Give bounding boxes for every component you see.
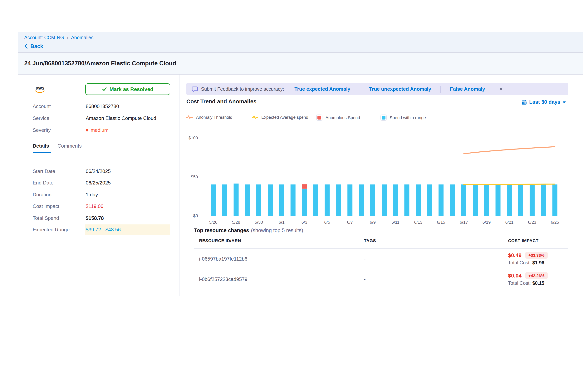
account-row: Account 868001352780: [33, 100, 170, 112]
calendar-icon: [522, 99, 527, 105]
detail-tabs: Details Comments: [33, 143, 170, 153]
legend-label: Spend within range: [390, 115, 426, 120]
anomaly-trend-panel: Submit Feedback to improve accuracy: Tru…: [186, 74, 568, 305]
expected-range-row: Expected Range $39.72 - $48.56: [33, 224, 170, 236]
anomaly-detail-page: Account: CCM-NG › Anomalies Back 24 Jun/…: [0, 0, 588, 392]
total-cost-label: Total Cost:: [508, 260, 531, 266]
aws-logo-text: aws: [36, 86, 44, 90]
duration-value: 1 day: [86, 192, 170, 198]
end-date-label: End Date: [33, 180, 86, 186]
close-icon[interactable]: ✕: [499, 86, 503, 92]
cost-impact-value: $119.06: [86, 204, 170, 209]
svg-text:5/28: 5/28: [232, 220, 240, 225]
svg-text:6/13: 6/13: [414, 220, 422, 225]
svg-text:6/3: 6/3: [302, 220, 308, 225]
cost-impact-cell: $0.04 +42.26% Total Cost:$0.15: [508, 272, 568, 286]
breadcrumb-account-link[interactable]: Account: CCM-NG: [24, 35, 64, 40]
svg-text:6/23: 6/23: [528, 220, 536, 225]
table-subtitle: (showing top 5 results): [251, 228, 303, 233]
column-resource-id: RESOURCE ID/ARN: [199, 238, 364, 243]
banner-divider: [440, 86, 441, 92]
feedback-option-false-anomaly[interactable]: False Anomaly: [450, 86, 485, 92]
breadcrumb-separator-icon: ›: [67, 34, 68, 40]
account-label: Account: [33, 104, 86, 109]
legend-spend-within-range[interactable]: Spend within range: [380, 114, 426, 121]
mark-as-resolved-label: Mark as Resolved: [110, 86, 153, 92]
mark-as-resolved-button[interactable]: Mark as Resolved: [85, 84, 170, 95]
total-cost-value: $0.15: [532, 280, 544, 286]
svg-text:6/1: 6/1: [279, 220, 284, 225]
active-tab-underline: [33, 152, 51, 153]
aws-logo: aws: [33, 83, 47, 97]
svg-text:6/25: 6/25: [551, 220, 559, 225]
svg-text:6/5: 6/5: [324, 220, 330, 225]
svg-text:$50: $50: [191, 174, 198, 179]
svg-text:6/21: 6/21: [505, 220, 514, 225]
pulse-line-icon: [186, 114, 193, 120]
cost-trend-chart: $0$50$1005/265/285/306/16/36/56/76/96/11…: [186, 132, 567, 227]
legend-expected-average[interactable]: Expected Average spend: [252, 114, 308, 120]
start-date-label: Start Date: [33, 168, 86, 174]
banner-divider: [360, 86, 360, 92]
change-percent-badge: +42.26%: [525, 272, 548, 279]
breadcrumb-anomalies-link[interactable]: Anomalies: [71, 35, 94, 40]
service-row: Service Amazon Elastic Compute Cloud: [33, 112, 170, 124]
end-date-value: 06/25/2025: [86, 180, 170, 186]
details-fields: Start Date 06/24/2025 End Date 06/25/202…: [33, 165, 170, 236]
table-row: i-0b6f257223cad9579 - $0.04 +42.26% Tota…: [194, 269, 568, 290]
back-label: Back: [30, 43, 43, 49]
breadcrumb-section: Account: CCM-NG › Anomalies Back: [18, 32, 582, 53]
table-row: i-06597ba197fe112b6 - $0.49 +33.33% Tota…: [194, 249, 568, 269]
table-title: Top resource changes(showing top 5 resul…: [194, 228, 568, 233]
svg-text:5/30: 5/30: [255, 220, 263, 225]
date-range-picker[interactable]: Last 30 days: [522, 99, 566, 105]
service-value: Amazon Elastic Compute Cloud: [86, 115, 170, 121]
tab-comments[interactable]: Comments: [58, 143, 82, 150]
aws-smile-icon: [35, 90, 45, 94]
back-button[interactable]: Back: [24, 43, 576, 49]
resource-id: i-06597ba197fe112b6: [199, 256, 364, 262]
feedback-option-true-expected[interactable]: True expected Anomaly: [294, 86, 350, 92]
svg-text:$100: $100: [188, 136, 198, 140]
column-cost-impact: COST IMPACT: [508, 238, 568, 243]
feedback-prompt: Submit Feedback to improve accuracy:: [201, 86, 284, 92]
tags-value: -: [364, 276, 508, 282]
expected-range-value: $39.72 - $48.56: [85, 225, 170, 235]
tab-track: [33, 153, 170, 153]
summary-fields: Account 868001352780 Service Amazon Elas…: [33, 100, 170, 136]
svg-text:6/11: 6/11: [392, 220, 400, 225]
start-date-row: Start Date 06/24/2025: [33, 165, 170, 177]
table-header: RESOURCE ID/ARN TAGS COST IMPACT: [194, 238, 568, 249]
table-title-text: Top resource changes: [194, 228, 249, 233]
legend-label: Anomaly Threshold: [196, 115, 232, 120]
severity-value: medium: [91, 127, 108, 133]
expected-range-label: Expected Range: [33, 227, 86, 233]
feedback-banner: Submit Feedback to improve accuracy: Tru…: [186, 83, 568, 95]
legend-anomalous-spend[interactable]: Anomalous Spend: [316, 114, 360, 121]
severity-dot-icon: [86, 129, 88, 132]
page-header: Account: CCM-NG › Anomalies Back 24 Jun/…: [18, 32, 582, 74]
top-resource-changes: Top resource changes(showing top 5 resul…: [194, 228, 568, 290]
cost-impact-label: Cost Impact: [33, 204, 86, 209]
title-row: 24 Jun/868001352780/Amazon Elastic Compu…: [18, 53, 582, 74]
duration-row: Duration 1 day: [33, 189, 170, 200]
severity-row: Severity medium: [33, 124, 170, 136]
page-title: 24 Jun/868001352780/Amazon Elastic Compu…: [24, 60, 176, 67]
start-date-value: 06/24/2025: [86, 168, 170, 174]
svg-text:$0: $0: [193, 213, 198, 218]
service-label: Service: [33, 115, 86, 121]
feedback-bubble-icon: [192, 86, 198, 92]
feedback-option-true-unexpected[interactable]: True unexpected Anomaly: [369, 86, 431, 92]
change-percent-badge: +33.33%: [525, 252, 548, 259]
chevron-down-icon: [563, 102, 566, 104]
end-date-row: End Date 06/25/2025: [33, 177, 170, 189]
total-cost-value: $1.96: [532, 260, 544, 266]
chart-title: Cost Trend and Anomalies: [186, 98, 256, 104]
tab-details[interactable]: Details: [33, 143, 49, 150]
anomaly-summary-panel: aws Mark as Resolved Account 86800135278…: [18, 74, 179, 296]
pulse-line-icon: [252, 114, 258, 120]
check-icon: [102, 87, 107, 91]
svg-text:5/26: 5/26: [209, 220, 218, 225]
legend-label: Anomalous Spend: [326, 115, 360, 120]
legend-anomaly-threshold[interactable]: Anomaly Threshold: [186, 114, 232, 120]
